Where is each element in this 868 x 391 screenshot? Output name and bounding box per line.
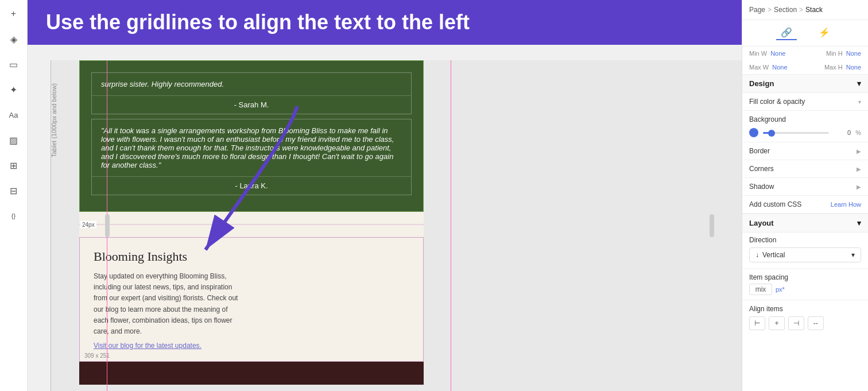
min-w-group: Min W None	[749, 50, 785, 57]
laura-author: - Laura K.	[92, 176, 411, 195]
fill-color-label: Fill color & opacity	[749, 98, 805, 106]
widgets-icon[interactable]: ⊞	[7, 158, 21, 172]
custom-css-item[interactable]: Add custom CSS Learn How	[742, 196, 868, 214]
add-icon[interactable]: +	[7, 7, 21, 21]
blog-text: Stay updated on everything Blooming Blis…	[94, 271, 244, 337]
border-arrow: ▶	[857, 148, 861, 154]
corners-arrow: ▶	[857, 166, 861, 172]
opacity-input[interactable]: 0	[834, 129, 851, 136]
min-w-label: Min W	[749, 50, 767, 57]
panel-tabs: 🔗 ⚡	[742, 20, 868, 47]
layout-section-header[interactable]: Layout ▾	[742, 214, 868, 233]
tablet-breakpoint-label: Tablet (1000px and below)	[51, 83, 57, 157]
design-section-header[interactable]: Design ▾	[742, 74, 868, 93]
testimonial-sarah: surprise sister. Highly recommended. - S…	[91, 72, 412, 114]
corners-item[interactable]: Corners ▶	[742, 160, 868, 178]
max-h-value[interactable]: None	[846, 64, 861, 71]
sarah-author: - Sarah M.	[92, 95, 411, 114]
resize-handle-left[interactable]	[105, 214, 110, 237]
tutorial-banner-text: Use the gridlines to align the text to t…	[46, 10, 470, 34]
align-stretch-button[interactable]: ↔	[808, 316, 824, 330]
direction-control: Direction ↓ Vertical ▾	[742, 233, 868, 269]
layers-icon[interactable]: ◈	[7, 32, 21, 46]
direction-arrow-icon: ↓	[755, 251, 759, 259]
direction-value: Vertical	[762, 251, 785, 259]
elements-icon[interactable]: ✦	[7, 83, 21, 96]
background-color-dot[interactable]	[749, 128, 758, 137]
max-w-label: Max W	[749, 64, 769, 71]
min-h-value[interactable]: None	[846, 50, 861, 57]
blog-title: Blooming Insights	[94, 249, 244, 264]
tab-link[interactable]: 🔗	[776, 26, 797, 40]
item-spacing-row: Item spacing mix px*	[742, 269, 868, 300]
right-panel: Page > Section > Stack 🔗 ⚡ Min W None Mi…	[742, 0, 868, 391]
breadcrumb-sep1: >	[768, 6, 772, 14]
breadcrumb-page[interactable]: Page	[749, 6, 765, 14]
green-testimonials-section: surprise sister. Highly recommended. - S…	[79, 60, 424, 212]
fill-color-arrow: ▾	[858, 99, 861, 105]
breadcrumb-sep2: >	[799, 6, 803, 14]
background-row: Background 0 %	[742, 111, 868, 142]
direction-dropdown-icon: ▾	[851, 251, 855, 259]
min-h-label: Min H	[826, 50, 843, 57]
page-content: surprise sister. Highly recommended. - S…	[79, 60, 424, 385]
layout-label: Layout	[749, 219, 774, 227]
background-control: 0 %	[749, 128, 861, 137]
item-spacing-unit: px*	[776, 286, 785, 293]
background-opacity-slider[interactable]	[763, 132, 829, 134]
laura-quote: "All it took was a single arrangements w…	[92, 119, 411, 176]
table-icon[interactable]: ⊟	[7, 184, 21, 198]
canvas-wrapper: Tablet (1000px and below) surprise siste…	[51, 60, 742, 391]
blog-size-label: 309 x 251	[84, 353, 110, 359]
pages-icon[interactable]: ▭	[7, 57, 21, 71]
direction-button[interactable]: ↓ Vertical ▾	[749, 247, 861, 262]
slider-thumb	[768, 130, 775, 137]
direction-label: Direction	[749, 236, 861, 244]
main-canvas: Use the gridlines to align the text to t…	[28, 0, 742, 391]
size-row-1: Min W None Min H None	[742, 47, 868, 60]
left-sidebar: + ◈ ▭ ✦ Aa ▨ ⊞ ⊟ {}	[0, 0, 28, 391]
breadcrumb: Page > Section > Stack	[742, 0, 868, 20]
gray-guide-left	[51, 60, 51, 391]
align-left-button[interactable]: ⊢	[749, 316, 765, 330]
max-w-group: Max W None	[749, 64, 788, 71]
learn-how-link[interactable]: Learn How	[831, 201, 861, 208]
max-h-group: Max H None	[824, 64, 861, 71]
min-w-value[interactable]: None	[770, 50, 785, 57]
shadow-label: Shadow	[749, 183, 774, 191]
testimonial-laura: "All it took was a single arrangements w…	[91, 119, 412, 195]
item-spacing-value[interactable]: mix	[749, 284, 772, 295]
align-right-button[interactable]: ⊣	[788, 316, 804, 330]
background-label: Background	[749, 115, 861, 123]
media-icon[interactable]: ▨	[7, 133, 21, 147]
item-spacing-control: mix px*	[749, 284, 861, 295]
resize-handle-right[interactable]	[710, 214, 714, 237]
sarah-quote: surprise sister. Highly recommended.	[92, 73, 411, 95]
border-item[interactable]: Border ▶	[742, 142, 868, 160]
blog-section: Blooming Insights Stay updated on everyt…	[79, 237, 424, 362]
tutorial-banner: Use the gridlines to align the text to t…	[28, 0, 742, 45]
max-w-value[interactable]: None	[772, 64, 787, 71]
breadcrumb-stack[interactable]: Stack	[805, 6, 823, 14]
shadow-item[interactable]: Shadow ▶	[742, 178, 868, 196]
align-items-label: Align items	[749, 305, 861, 313]
size-row-2: Max W None Max H None	[742, 60, 868, 74]
tab-lightning[interactable]: ⚡	[814, 26, 835, 40]
design-collapse-icon: ▾	[857, 79, 861, 88]
spacing-measurement: 24px	[80, 221, 96, 229]
shadow-arrow: ▶	[857, 184, 861, 190]
blog-link[interactable]: Visit our blog for the latest updates.	[94, 342, 244, 350]
breadcrumb-section[interactable]: Section	[774, 6, 797, 14]
corners-label: Corners	[749, 165, 774, 173]
code-icon[interactable]: {}	[7, 209, 21, 223]
direction-btn-inner: ↓ Vertical	[755, 251, 785, 259]
align-center-button[interactable]: +	[769, 316, 785, 330]
pink-guide-vertical-right	[451, 60, 451, 391]
custom-css-label: Add custom CSS	[749, 200, 801, 208]
text-icon[interactable]: Aa	[7, 108, 21, 122]
align-buttons: ⊢ + ⊣ ↔	[749, 316, 861, 330]
fill-color-item[interactable]: Fill color & opacity ▾	[742, 93, 868, 111]
min-h-group: Min H None	[826, 50, 861, 57]
item-spacing-label: Item spacing	[749, 273, 861, 281]
footer-hint	[79, 362, 424, 385]
